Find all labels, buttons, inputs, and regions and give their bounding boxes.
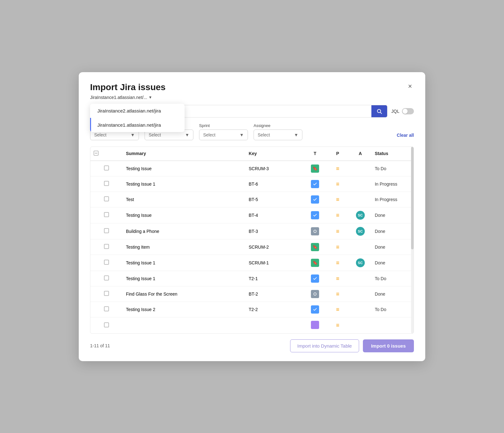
table-row: Testing Issue 1 T2-1 ≡ To Do (90, 271, 414, 286)
modal-overlay: Import Jira issues × JiraInstance1.atlas… (0, 0, 504, 433)
priority-icon-medium: ≡ (336, 212, 340, 218)
close-button[interactable]: × (406, 82, 414, 90)
row-key: BT-6 (246, 176, 304, 192)
filter-sprint-chevron: ▼ (239, 132, 244, 137)
row-priority: ≡ (326, 239, 349, 255)
filter-assignee-value: Select (258, 132, 270, 137)
row-checkbox[interactable] (104, 260, 109, 265)
row-status (372, 317, 414, 333)
bookmark-icon: 🔖 (312, 245, 318, 249)
row-checkbox[interactable] (104, 322, 109, 327)
table-row: Testing Issue SCRUM-3 🔖 ≡ To Do (90, 161, 414, 176)
row-summary: Testing Issue (123, 161, 246, 176)
row-checkbox[interactable] (104, 212, 109, 217)
table-row: Testing Issue 1 BT-6 ≡ In Progress (90, 176, 414, 192)
filter-assignee-select[interactable]: Select ▼ (254, 130, 302, 140)
row-checkbox[interactable] (104, 291, 109, 296)
row-type (304, 317, 326, 333)
instance-dropdown-button[interactable]: JiraInstance1.atlassian.net/... ▼ (90, 95, 152, 100)
avatar: SC (356, 211, 365, 220)
row-key: SCRUM-3 (246, 161, 304, 176)
checkmark-icon (313, 276, 317, 281)
clear-all-button[interactable]: Clear all (397, 133, 414, 140)
row-checkbox-cell (90, 176, 123, 192)
row-assignee (349, 239, 372, 255)
row-checkbox[interactable] (104, 275, 109, 280)
checkmark-icon (313, 197, 317, 202)
row-status: In Progress (372, 176, 414, 192)
row-summary (123, 317, 246, 333)
type-icon-story: 🔖 (311, 165, 319, 173)
th-type: T (304, 147, 326, 161)
row-assignee (349, 176, 372, 192)
row-checkbox-cell (90, 317, 123, 333)
filter-sprint-value: Select (203, 132, 215, 137)
priority-icon-medium: ≡ (336, 181, 340, 187)
filter-sprint-select[interactable]: Select ▼ (199, 130, 248, 140)
row-key: T2-1 (246, 271, 304, 286)
pagination-text: 1-11 of 11 (90, 343, 110, 348)
row-status: To Do (372, 161, 414, 176)
row-checkbox[interactable] (104, 181, 109, 186)
row-priority: ≡ (326, 161, 349, 176)
row-summary: Testing Issue 1 (123, 271, 246, 286)
row-type: 🔖 (304, 255, 326, 271)
row-checkbox[interactable] (104, 165, 109, 170)
table-row: ≡ (90, 317, 414, 333)
row-checkbox-cell (90, 207, 123, 223)
row-type (304, 302, 326, 317)
row-assignee (349, 317, 372, 333)
row-checkbox[interactable] (104, 244, 109, 249)
row-summary: Testing Issue 1 (123, 255, 246, 271)
table-row: Building a Phone BT-3 ≡ SC Done (90, 223, 414, 239)
type-icon-task (311, 305, 319, 314)
scrollbar-thumb[interactable] (411, 147, 414, 250)
filter-sprint-label: Sprint (199, 123, 248, 128)
circle-icon (313, 292, 317, 296)
row-key: BT-5 (246, 192, 304, 207)
priority-icon-medium: ≡ (336, 165, 340, 172)
row-checkbox[interactable] (104, 306, 109, 311)
row-priority: ≡ (326, 223, 349, 239)
table-row: Test BT-5 ≡ In Progress (90, 192, 414, 207)
type-icon-task (311, 211, 319, 219)
row-status: In Progress (372, 192, 414, 207)
table-row: Testing Issue 2 T2-2 ≡ To Do (90, 302, 414, 317)
row-status: To Do (372, 302, 414, 317)
instance-dropdown-menu: JiraInstance2.atlassian.net/jira JiraIns… (90, 104, 185, 132)
circle-icon (313, 229, 317, 234)
row-checkbox[interactable] (104, 228, 109, 233)
type-icon-task (311, 274, 319, 283)
header-checkbox[interactable] (94, 151, 99, 156)
row-priority: ≡ (326, 176, 349, 192)
instance-option-2[interactable]: JiraInstance1.atlassian.net/jira (90, 118, 185, 132)
row-status: Done (372, 255, 414, 271)
row-priority: ≡ (326, 255, 349, 271)
jql-label: JQL (391, 109, 399, 114)
priority-icon-medium: ≡ (336, 306, 340, 313)
row-summary: Testing Issue 2 (123, 302, 246, 317)
th-summary: Summary (123, 147, 246, 161)
type-icon-circle (311, 227, 319, 235)
row-assignee: SC (349, 207, 372, 223)
th-key: Key (246, 147, 304, 161)
toggle-knob (403, 109, 408, 114)
checkmark-icon (313, 307, 317, 312)
row-checkbox[interactable] (104, 196, 109, 201)
jql-toggle-switch[interactable] (402, 108, 414, 114)
import-issues-button[interactable]: Import 0 issues (363, 339, 414, 352)
filter-board-value: Select (149, 132, 161, 137)
row-key: BT-2 (246, 286, 304, 302)
search-button[interactable] (371, 105, 387, 117)
row-assignee (349, 302, 372, 317)
instance-option-1[interactable]: JiraInstance2.atlassian.net/jira (90, 104, 185, 118)
row-assignee (349, 161, 372, 176)
row-checkbox-cell (90, 161, 123, 176)
filter-sprint-group: Sprint Select ▼ (199, 123, 248, 140)
table-row: Testing Issue BT-4 ≡ SC Done (90, 207, 414, 223)
type-icon-task (311, 195, 319, 204)
row-priority: ≡ (326, 302, 349, 317)
import-dynamic-table-button[interactable]: Import into Dynamic Table (290, 339, 359, 352)
row-assignee (349, 286, 372, 302)
row-status: Done (372, 286, 414, 302)
